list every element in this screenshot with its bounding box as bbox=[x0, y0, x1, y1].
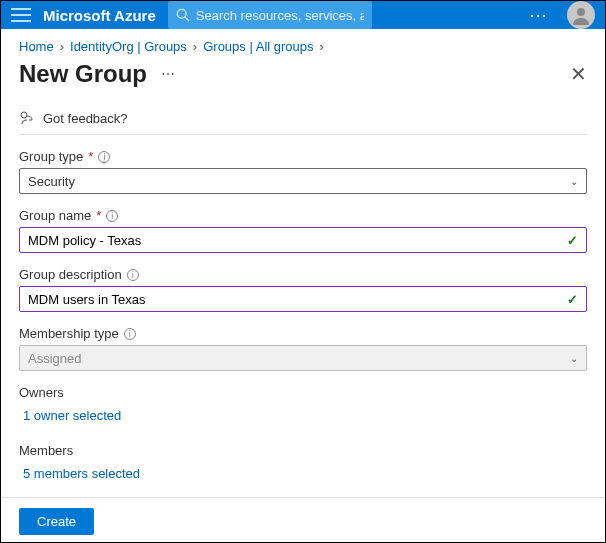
breadcrumb-identityorg[interactable]: IdentityOrg | Groups bbox=[70, 39, 187, 54]
svg-point-0 bbox=[177, 9, 186, 18]
chevron-right-icon: › bbox=[60, 39, 64, 54]
chevron-right-icon: › bbox=[193, 39, 197, 54]
top-bar: Microsoft Azure ⋯ bbox=[1, 1, 605, 29]
title-more-icon[interactable]: ⋯ bbox=[161, 66, 177, 82]
group-name-label: Group name bbox=[19, 208, 91, 223]
group-description-label: Group description bbox=[19, 267, 122, 282]
brand-label: Microsoft Azure bbox=[43, 7, 156, 24]
feedback-label: Got feedback? bbox=[43, 111, 128, 126]
group-description-input[interactable]: ✓ bbox=[19, 286, 587, 312]
search-icon bbox=[176, 8, 190, 22]
breadcrumb-home[interactable]: Home bbox=[19, 39, 54, 54]
group-description-field[interactable] bbox=[28, 292, 567, 307]
chevron-down-icon: ⌄ bbox=[570, 353, 578, 364]
info-icon[interactable]: i bbox=[127, 269, 139, 281]
breadcrumb: Home › IdentityOrg | Groups › Groups | A… bbox=[1, 29, 605, 58]
chevron-right-icon: › bbox=[320, 39, 324, 54]
required-indicator: * bbox=[96, 208, 101, 223]
create-button[interactable]: Create bbox=[19, 508, 94, 535]
checkmark-icon: ✓ bbox=[567, 292, 578, 307]
membership-type-label: Membership type bbox=[19, 326, 119, 341]
group-type-select[interactable]: Security ⌄ bbox=[19, 168, 587, 194]
search-box[interactable] bbox=[168, 1, 372, 29]
more-icon[interactable]: ⋯ bbox=[523, 4, 555, 26]
close-icon[interactable]: ✕ bbox=[570, 62, 587, 86]
membership-type-value: Assigned bbox=[28, 351, 81, 366]
group-type-value: Security bbox=[28, 174, 75, 189]
membership-type-select: Assigned ⌄ bbox=[19, 345, 587, 371]
divider bbox=[19, 134, 587, 135]
svg-point-2 bbox=[577, 8, 585, 16]
group-name-field[interactable] bbox=[28, 233, 567, 248]
breadcrumb-groups[interactable]: Groups | All groups bbox=[203, 39, 313, 54]
feedback-link[interactable]: Got feedback? bbox=[1, 104, 605, 130]
owners-label: Owners bbox=[19, 385, 587, 400]
page-title: New Group bbox=[19, 60, 147, 88]
title-bar: New Group ⋯ ✕ bbox=[1, 58, 605, 104]
search-input[interactable] bbox=[196, 8, 364, 23]
info-icon[interactable]: i bbox=[98, 151, 110, 163]
svg-point-3 bbox=[21, 112, 27, 118]
members-selected-link[interactable]: 5 members selected bbox=[19, 466, 140, 481]
checkmark-icon: ✓ bbox=[567, 233, 578, 248]
group-type-label: Group type bbox=[19, 149, 83, 164]
required-indicator: * bbox=[88, 149, 93, 164]
menu-icon[interactable] bbox=[11, 8, 31, 22]
footer: Create bbox=[1, 497, 605, 543]
info-icon[interactable]: i bbox=[124, 328, 136, 340]
feedback-icon bbox=[19, 110, 35, 126]
form: Group type * i Security ⌄ Group name * i… bbox=[1, 149, 605, 497]
info-icon[interactable]: i bbox=[106, 210, 118, 222]
group-name-input[interactable]: ✓ bbox=[19, 227, 587, 253]
svg-line-1 bbox=[185, 17, 189, 21]
owners-selected-link[interactable]: 1 owner selected bbox=[19, 408, 121, 423]
chevron-down-icon: ⌄ bbox=[570, 176, 578, 187]
members-label: Members bbox=[19, 443, 587, 458]
avatar[interactable] bbox=[567, 1, 595, 29]
